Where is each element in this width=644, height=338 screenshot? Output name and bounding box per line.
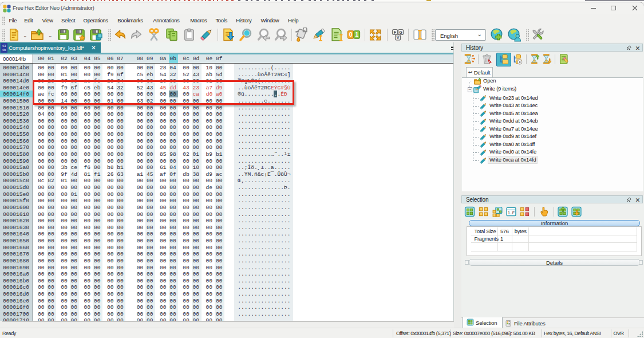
svg-text:0: 0 xyxy=(349,31,353,38)
svg-text:F: F xyxy=(394,30,397,34)
svg-text:V: V xyxy=(397,36,400,40)
svg-text:1: 1 xyxy=(355,31,358,38)
svg-text:1..F: 1..F xyxy=(508,211,515,215)
svg-text:G: G xyxy=(399,30,402,34)
